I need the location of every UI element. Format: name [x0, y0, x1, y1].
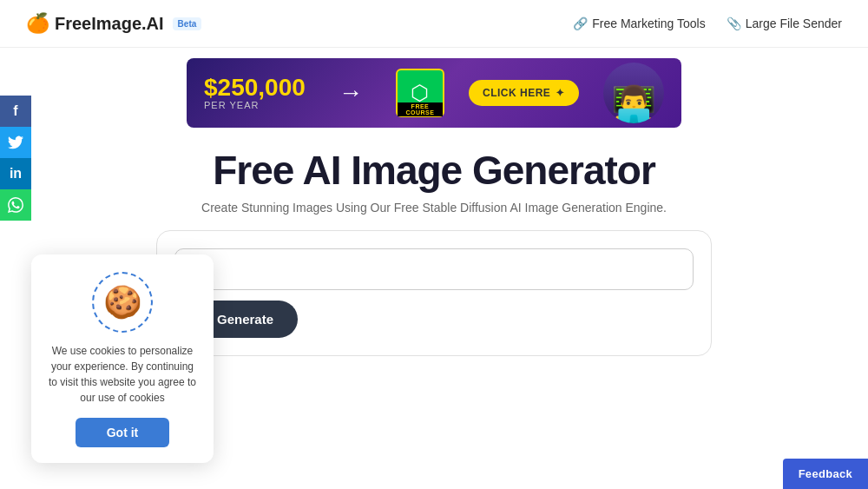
banner-click-label: CLICK HERE [483, 87, 550, 99]
large-file-sender-link[interactable]: 📎 Large File Sender [727, 17, 842, 30]
free-marketing-tools-link[interactable]: 🔗 Free Marketing Tools [573, 17, 705, 30]
cookie-accept-button[interactable]: Got it [76, 418, 170, 447]
page-title: Free AI Image Generator [213, 147, 655, 194]
generator-card: ↻ Generate [156, 230, 712, 356]
prompt-input[interactable] [174, 248, 694, 290]
banner-left: $250,000 PER YEAR [204, 76, 306, 110]
banner-course-label: FREE COURSE [398, 102, 443, 116]
generator-controls: ↻ Generate [174, 301, 694, 338]
cookie-icon: 🍪 [103, 284, 142, 320]
whatsapp-button[interactable] [0, 189, 31, 221]
banner-course-badge: ⬡ FREE COURSE [396, 69, 444, 117]
cookie-text: We use cookies to personalize your exper… [47, 343, 198, 406]
person-emoji: 👨‍💻 [611, 87, 656, 123]
link-icon-file: 📎 [727, 17, 741, 30]
cookie-popup: 🍪 We use cookies to personalize your exp… [31, 254, 214, 463]
logo-text: FreeImage.AI [55, 14, 164, 34]
banner-ad[interactable]: $250,000 PER YEAR → ⬡ FREE COURSE CLICK … [187, 58, 681, 128]
cookie-icon-wrapper: 🍪 [92, 272, 153, 333]
banner-arrow-icon: → [339, 79, 363, 107]
chatgpt-icon: ⬡ [411, 81, 429, 105]
generate-label: Generate [217, 312, 273, 327]
banner-click-here[interactable]: CLICK HERE ✦ [469, 80, 579, 106]
free-marketing-tools-label: Free Marketing Tools [592, 17, 705, 30]
linkedin-button[interactable]: in [0, 158, 31, 189]
banner-amount: $250,000 [204, 76, 306, 100]
social-sidebar: f in [0, 96, 31, 221]
beta-badge: Beta [173, 17, 202, 30]
header: 🍊 FreeImage.AI Beta 🔗 Free Marketing Too… [0, 0, 868, 48]
feedback-button[interactable]: Feedback [783, 459, 868, 489]
link-icon-marketing: 🔗 [573, 17, 588, 30]
cursor-icon: ✦ [556, 87, 565, 99]
page-subtitle: Create Stunning Images Using Our Free St… [201, 201, 667, 215]
logo-area: 🍊 FreeImage.AI Beta [26, 12, 201, 35]
twitter-button[interactable] [0, 127, 31, 158]
large-file-sender-label: Large File Sender [746, 17, 842, 30]
logo-icon: 🍊 [26, 12, 49, 35]
banner-person-image: 👨‍💻 [603, 63, 664, 123]
facebook-button[interactable]: f [0, 96, 31, 127]
header-nav: 🔗 Free Marketing Tools 📎 Large File Send… [573, 17, 842, 30]
banner-per-year: PER YEAR [204, 100, 306, 110]
